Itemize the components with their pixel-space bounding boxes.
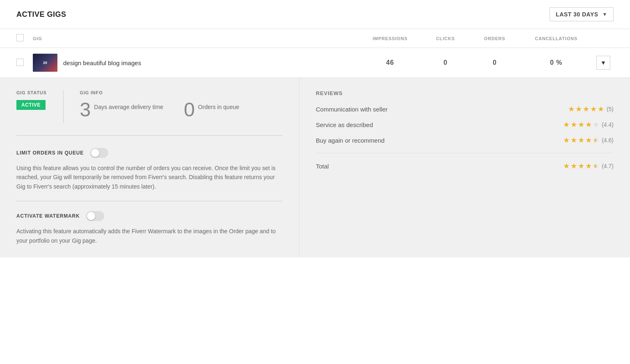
star-full: ★ <box>578 162 584 171</box>
star-half: ★ ★ <box>593 136 599 145</box>
review-stars-2: ★★★★ ★ ★ <box>563 136 599 145</box>
gig-info-block: GIG INFO 3 Days average delivery time 0 … <box>80 90 240 120</box>
review-label-1: Service as described <box>316 121 373 128</box>
orders-desc: Orders in queue <box>198 100 239 111</box>
delivery-number: 3 <box>80 100 91 120</box>
col-header-orders: ORDERS <box>470 36 519 41</box>
limit-orders-section: LIMIT ORDERS IN QUEUE Using this feature… <box>16 148 283 201</box>
star-full: ★ <box>583 105 589 114</box>
delivery-desc: Days average delivery time <box>94 100 163 111</box>
delivery-info: 3 Days average delivery time <box>80 100 164 120</box>
review-stars-0: ★★★★★ <box>568 105 604 114</box>
table-row: 20 design beautiful blog images 46 0 0 0… <box>0 48 630 78</box>
table-header: GIG IMPRESSIONS CLICKS ORDERS CANCELLATI… <box>0 29 630 48</box>
col-header-gig: GIG <box>33 36 359 41</box>
review-row: Buy again or recommend ★★★★ ★ ★ (4.6) <box>316 136 614 145</box>
col-header-clicks: CLICKS <box>421 36 470 41</box>
gig-status-block: GIG STATUS ACTIVE <box>16 90 47 110</box>
gig-cell: 20 design beautiful blog images <box>33 54 359 72</box>
watermark-description: Activating this feature automatically ad… <box>16 227 283 245</box>
limit-orders-toggle[interactable] <box>90 148 108 158</box>
star-full: ★ <box>578 120 584 129</box>
review-label-0: Communication with seller <box>316 106 388 113</box>
gig-image-label: 20 <box>43 61 47 65</box>
expand-col: ▼ <box>593 56 614 70</box>
page-wrapper: ACTIVE GIGS LAST 30 DAYS ▼ GIG IMPRESSIO… <box>0 0 630 364</box>
watermark-toggle-row: ACTIVATE WATERMARK <box>16 211 283 221</box>
gig-image-bg: 20 <box>33 54 57 72</box>
limit-orders-description: Using this feature allows you to control… <box>16 164 283 191</box>
page-header: ACTIVE GIGS LAST 30 DAYS ▼ <box>0 0 630 29</box>
limit-orders-toggle-row: LIMIT ORDERS IN QUEUE <box>16 148 283 158</box>
watermark-section: ACTIVATE WATERMARK Activating this featu… <box>16 211 283 245</box>
toggle-knob <box>91 149 99 157</box>
star-full: ★ <box>571 120 577 129</box>
review-stars-1: ★★★★★ <box>563 120 599 129</box>
impressions-value: 46 <box>359 59 421 66</box>
star-full: ★ <box>590 105 597 114</box>
star-full: ★ <box>571 162 577 171</box>
star-full: ★ <box>585 136 592 145</box>
star-full: ★ <box>575 105 582 114</box>
star-full: ★ <box>563 162 570 171</box>
review-rating-0: ★★★★★ (5) <box>568 105 614 114</box>
star-full: ★ <box>585 120 592 129</box>
review-row: Communication with seller ★★★★★ (5) <box>316 105 614 114</box>
review-label-2: Buy again or recommend <box>316 137 385 144</box>
star-half: ★ ★ <box>593 162 599 171</box>
select-all-checkbox[interactable] <box>16 34 24 41</box>
gig-status-section: GIG STATUS ACTIVE GIG INFO 3 Days averag… <box>16 90 283 136</box>
review-count-1: (4.4) <box>602 121 614 128</box>
review-divider <box>316 153 614 153</box>
expand-icon: ▼ <box>600 59 606 66</box>
page-title: ACTIVE GIGS <box>16 10 66 19</box>
divider-vertical <box>63 90 64 123</box>
total-label: Total <box>316 163 329 170</box>
cancellations-value: 0 % <box>519 59 593 66</box>
star-empty: ★ <box>593 120 599 129</box>
col-header-impressions: IMPRESSIONS <box>359 36 421 41</box>
review-row: Service as described ★★★★★ (4.4) <box>316 120 614 129</box>
chevron-down-icon: ▼ <box>603 11 607 17</box>
date-filter-label: LAST 30 DAYS <box>556 11 598 18</box>
gig-title[interactable]: design beautiful blog images <box>63 59 141 66</box>
star-full: ★ <box>585 162 592 171</box>
review-count-2: (4.6) <box>602 137 614 143</box>
review-count-0: (5) <box>607 106 614 112</box>
star-full: ★ <box>563 120 570 129</box>
gig-thumbnail: 20 <box>33 54 57 72</box>
expand-button[interactable]: ▼ <box>596 56 610 70</box>
watermark-label: ACTIVATE WATERMARK <box>16 213 80 219</box>
limit-orders-label: LIMIT ORDERS IN QUEUE <box>16 150 84 156</box>
star-full: ★ <box>563 136 570 145</box>
star-full: ★ <box>598 105 604 114</box>
right-panel: REVIEWS Communication with seller ★★★★★ … <box>299 78 630 257</box>
row-checkbox[interactable] <box>16 59 24 66</box>
star-full: ★ <box>568 105 575 114</box>
date-filter-dropdown[interactable]: LAST 30 DAYS ▼ <box>550 7 614 21</box>
detail-section: GIG STATUS ACTIVE GIG INFO 3 Days averag… <box>0 78 630 257</box>
col-header-cancellations: CANCELLATIONS <box>519 36 593 41</box>
header-checkbox-col <box>16 34 33 43</box>
watermark-toggle-knob <box>87 212 95 220</box>
star-full: ★ <box>578 136 584 145</box>
gig-info-label: GIG INFO <box>80 90 240 95</box>
review-rating-2: ★★★★ ★ ★ (4.6) <box>563 136 614 145</box>
status-badge: ACTIVE <box>16 100 46 110</box>
row-checkbox-col <box>16 59 33 67</box>
gig-status-label: GIG STATUS <box>16 90 47 95</box>
reviews-title: REVIEWS <box>316 90 614 96</box>
total-row: Total ★★★★ ★ ★ (4.7) <box>316 162 614 171</box>
left-panel: GIG STATUS ACTIVE GIG INFO 3 Days averag… <box>0 78 299 257</box>
orders-info: 0 Orders in queue <box>184 100 239 120</box>
watermark-toggle[interactable] <box>86 211 104 221</box>
star-full: ★ <box>571 136 577 145</box>
total-count: (4.7) <box>602 163 614 169</box>
reviews-list: Communication with seller ★★★★★ (5) Serv… <box>316 105 614 145</box>
clicks-value: 0 <box>421 59 470 66</box>
orders-value: 0 <box>470 59 519 66</box>
total-rating: ★★★★ ★ ★ (4.7) <box>563 162 614 171</box>
review-rating-1: ★★★★★ (4.4) <box>563 120 614 129</box>
total-stars: ★★★★ ★ ★ <box>563 162 599 171</box>
orders-number: 0 <box>184 100 195 120</box>
